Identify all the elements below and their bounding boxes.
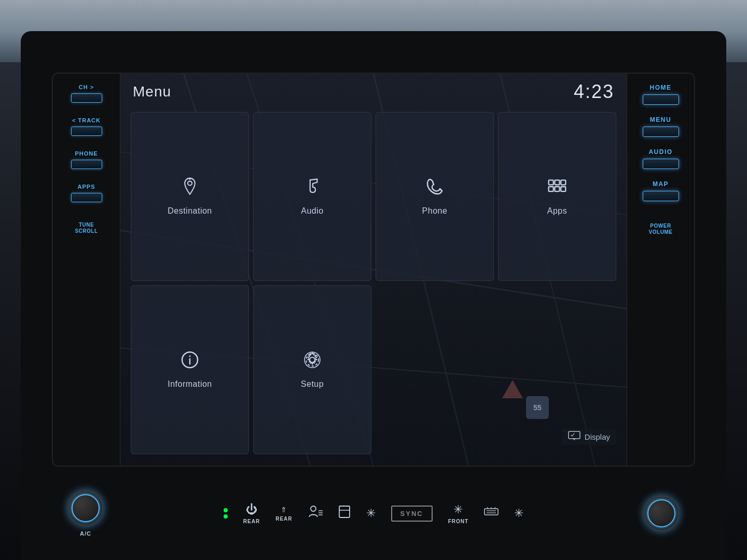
power-icon: ⏻ <box>246 503 257 516</box>
svg-rect-27 <box>485 509 498 515</box>
menu-hw-button[interactable]: MENU <box>643 116 679 137</box>
infotainment-unit: CH > < TRACK PHONE APPS TUNE SCROLL <box>52 73 695 467</box>
sync-button[interactable]: SYNC <box>391 506 433 522</box>
information-icon <box>181 351 199 372</box>
svg-point-20 <box>305 352 320 368</box>
destination-icon <box>181 177 199 199</box>
map-hw-bar <box>643 191 679 201</box>
ch-next-button[interactable]: CH > <box>71 84 102 103</box>
audio-icon <box>305 177 320 199</box>
rear-indicator-area <box>224 508 228 519</box>
svg-rect-21 <box>569 431 580 439</box>
tune-scroll-area: TUNE SCROLL <box>75 222 98 234</box>
left-knob[interactable] <box>67 490 104 526</box>
ac-label: A/C <box>80 530 91 537</box>
information-tile[interactable]: Information <box>131 285 249 454</box>
person-icon-btn[interactable] <box>308 506 323 521</box>
audio-hw-button[interactable]: AUDIO <box>643 148 679 169</box>
screen-area: 55 Menu 4:23 Desti <box>120 74 627 466</box>
audio-hw-bar <box>643 159 679 169</box>
right-controls-panel: HOME MENU AUDIO MAP POWER VOLUME <box>627 74 694 466</box>
left-controls-panel: CH > < TRACK PHONE APPS TUNE SCROLL <box>53 74 120 466</box>
svg-rect-14 <box>561 187 565 191</box>
home-hw-button[interactable]: HOME <box>643 84 679 105</box>
svg-rect-11 <box>561 180 565 185</box>
bottom-button-row: ⏻ REAR ⇑ REAR <box>224 503 523 524</box>
home-hw-bar <box>643 94 679 105</box>
setup-tile[interactable]: Setup <box>253 285 371 454</box>
front-fan-icon: ✳ <box>453 503 463 516</box>
rear-defrost-icon <box>484 507 499 520</box>
menu-hw-bar <box>643 127 679 137</box>
setup-label: Setup <box>301 380 324 389</box>
svg-point-24 <box>311 506 316 511</box>
left-knob-area: A/C <box>67 490 104 537</box>
display-icon <box>568 431 580 443</box>
fan-icon-btn[interactable]: ✳ <box>366 507 376 520</box>
destination-tile[interactable]: Destination <box>131 112 249 281</box>
right-knob-area <box>643 495 680 531</box>
phone-hw-button[interactable]: PHONE <box>71 150 102 169</box>
map-overlays: Display <box>562 429 616 445</box>
right-knob[interactable] <box>643 495 680 531</box>
phone-icon <box>425 177 444 199</box>
phone-hw-bar <box>71 160 102 169</box>
rear-defrost-btn[interactable] <box>484 507 499 520</box>
track-prev-bar <box>71 127 102 136</box>
menu-title: Menu <box>133 83 171 100</box>
screen-header: Menu 4:23 <box>120 74 627 108</box>
map-hw-button[interactable]: MAP <box>643 180 679 201</box>
svg-point-17 <box>189 356 191 357</box>
rear-power-button[interactable]: ⏻ REAR <box>243 503 260 524</box>
indicator-dot-2 <box>224 514 228 519</box>
phone-tile[interactable]: Phone <box>376 112 494 281</box>
dashboard-bezel: CH > < TRACK PHONE APPS TUNE SCROLL <box>21 31 726 560</box>
destination-label: Destination <box>168 206 212 216</box>
indicator-dot-1 <box>224 508 228 512</box>
extra-fan-btn[interactable]: ✳ <box>514 507 523 520</box>
display-button[interactable]: Display <box>562 429 616 445</box>
apps-tile[interactable]: Apps <box>498 112 616 281</box>
clock-display: 4:23 <box>574 81 614 103</box>
apps-label: Apps <box>547 206 567 216</box>
person-icon <box>308 506 323 521</box>
apps-hw-button[interactable]: APPS <box>71 184 102 202</box>
extra-fan-icon: ✳ <box>514 507 523 520</box>
window-icon-btn[interactable] <box>338 505 351 522</box>
setup-icon <box>303 351 322 372</box>
rear-icon: ⇑ <box>281 506 287 514</box>
bottom-controls-panel: A/C ⏻ REAR ⇑ REAR <box>52 467 695 560</box>
audio-label: Audio <box>301 206 323 216</box>
phone-label: Phone <box>422 206 448 216</box>
menu-grid: Destination Audio <box>120 108 627 458</box>
fan-icon: ✳ <box>366 507 376 520</box>
svg-point-7 <box>188 181 192 185</box>
apps-icon <box>547 177 568 199</box>
information-label: Information <box>168 380 212 389</box>
power-volume-area: POWER VOLUME <box>649 223 673 235</box>
svg-rect-13 <box>555 187 559 191</box>
power-volume-label: POWER VOLUME <box>649 223 673 235</box>
svg-rect-9 <box>549 180 554 185</box>
rear-btn[interactable]: ⇑ REAR <box>275 506 292 522</box>
ch-next-bar <box>71 93 102 103</box>
front-fan-btn[interactable]: ✳ FRONT <box>448 503 468 524</box>
display-label: Display <box>585 432 610 441</box>
svg-rect-25 <box>339 506 350 517</box>
apps-hw-bar <box>71 193 102 202</box>
svg-point-8 <box>189 177 191 179</box>
audio-tile[interactable]: Audio <box>253 112 371 281</box>
svg-rect-12 <box>549 187 554 191</box>
svg-rect-10 <box>555 180 559 185</box>
track-prev-button[interactable]: < TRACK <box>71 117 102 136</box>
window-icon <box>338 505 351 522</box>
